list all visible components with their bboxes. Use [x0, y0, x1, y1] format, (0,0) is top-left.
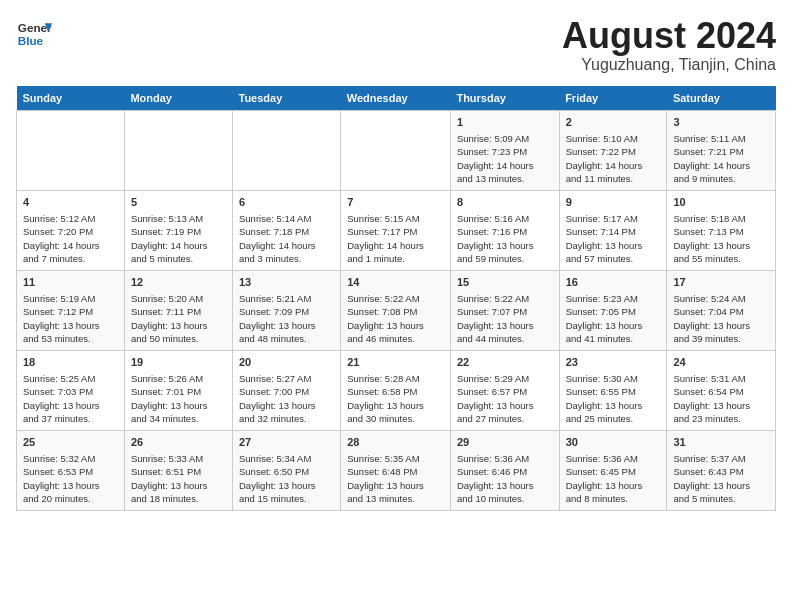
calendar-cell: 31Sunrise: 5:37 AMSunset: 6:43 PMDayligh…	[667, 430, 776, 510]
calendar-cell: 15Sunrise: 5:22 AMSunset: 7:07 PMDayligh…	[450, 270, 559, 350]
day-info-line: Sunset: 7:03 PM	[23, 385, 118, 398]
day-info-line: Sunrise: 5:34 AM	[239, 452, 334, 465]
title-block: August 2024 Yuguzhuang, Tianjin, China	[562, 16, 776, 74]
calendar-week-row: 4Sunrise: 5:12 AMSunset: 7:20 PMDaylight…	[17, 190, 776, 270]
day-info-line: Sunset: 7:04 PM	[673, 305, 769, 318]
day-number: 15	[457, 275, 553, 290]
calendar-cell	[232, 110, 340, 190]
day-info-line: Daylight: 13 hours	[131, 319, 226, 332]
day-info-line: Sunrise: 5:35 AM	[347, 452, 444, 465]
day-info-line: Sunset: 7:01 PM	[131, 385, 226, 398]
day-info-line: Daylight: 13 hours	[347, 319, 444, 332]
day-info-line: and 48 minutes.	[239, 332, 334, 345]
day-number: 16	[566, 275, 661, 290]
calendar-cell: 20Sunrise: 5:27 AMSunset: 7:00 PMDayligh…	[232, 350, 340, 430]
day-info-line: Sunset: 6:58 PM	[347, 385, 444, 398]
day-info-line: Sunset: 6:55 PM	[566, 385, 661, 398]
day-info-line: Sunset: 6:45 PM	[566, 465, 661, 478]
day-info-line: Daylight: 13 hours	[457, 399, 553, 412]
day-info-line: Daylight: 14 hours	[566, 159, 661, 172]
day-info-line: and 41 minutes.	[566, 332, 661, 345]
calendar-cell: 4Sunrise: 5:12 AMSunset: 7:20 PMDaylight…	[17, 190, 125, 270]
calendar-cell: 6Sunrise: 5:14 AMSunset: 7:18 PMDaylight…	[232, 190, 340, 270]
day-info-line: and 46 minutes.	[347, 332, 444, 345]
day-info-line: and 57 minutes.	[566, 252, 661, 265]
day-info-line: Sunrise: 5:14 AM	[239, 212, 334, 225]
weekday-header-cell: Sunday	[17, 86, 125, 111]
day-number: 18	[23, 355, 118, 370]
calendar-week-row: 11Sunrise: 5:19 AMSunset: 7:12 PMDayligh…	[17, 270, 776, 350]
page-header: General Blue August 2024 Yuguzhuang, Tia…	[16, 16, 776, 74]
day-number: 27	[239, 435, 334, 450]
day-info-line: Sunrise: 5:37 AM	[673, 452, 769, 465]
day-info-line: Sunrise: 5:15 AM	[347, 212, 444, 225]
day-info-line: and 55 minutes.	[673, 252, 769, 265]
day-info-line: Sunrise: 5:09 AM	[457, 132, 553, 145]
day-info-line: Daylight: 13 hours	[457, 479, 553, 492]
day-info-line: and 20 minutes.	[23, 492, 118, 505]
day-number: 21	[347, 355, 444, 370]
day-info-line: Sunset: 6:57 PM	[457, 385, 553, 398]
day-info-line: Sunrise: 5:36 AM	[457, 452, 553, 465]
calendar-cell: 22Sunrise: 5:29 AMSunset: 6:57 PMDayligh…	[450, 350, 559, 430]
day-info-line: and 13 minutes.	[347, 492, 444, 505]
calendar-cell: 16Sunrise: 5:23 AMSunset: 7:05 PMDayligh…	[559, 270, 667, 350]
day-number: 24	[673, 355, 769, 370]
day-info-line: Daylight: 13 hours	[23, 319, 118, 332]
day-info-line: Sunrise: 5:25 AM	[23, 372, 118, 385]
day-info-line: Sunset: 7:21 PM	[673, 145, 769, 158]
day-info-line: Daylight: 13 hours	[673, 479, 769, 492]
day-info-line: Sunrise: 5:22 AM	[457, 292, 553, 305]
day-info-line: Sunrise: 5:29 AM	[457, 372, 553, 385]
day-info-line: Daylight: 13 hours	[239, 319, 334, 332]
calendar-week-row: 18Sunrise: 5:25 AMSunset: 7:03 PMDayligh…	[17, 350, 776, 430]
day-number: 20	[239, 355, 334, 370]
day-info-line: Sunset: 7:00 PM	[239, 385, 334, 398]
day-info-line: Sunset: 7:22 PM	[566, 145, 661, 158]
day-info-line: Sunrise: 5:12 AM	[23, 212, 118, 225]
day-info-line: Sunrise: 5:17 AM	[566, 212, 661, 225]
day-info-line: Daylight: 13 hours	[457, 319, 553, 332]
day-info-line: Daylight: 13 hours	[566, 239, 661, 252]
day-number: 3	[673, 115, 769, 130]
day-info-line: Sunset: 7:11 PM	[131, 305, 226, 318]
day-number: 12	[131, 275, 226, 290]
day-number: 2	[566, 115, 661, 130]
day-info-line: Sunrise: 5:30 AM	[566, 372, 661, 385]
calendar-cell: 25Sunrise: 5:32 AMSunset: 6:53 PMDayligh…	[17, 430, 125, 510]
day-info-line: and 15 minutes.	[239, 492, 334, 505]
day-info-line: and 44 minutes.	[457, 332, 553, 345]
day-info-line: Daylight: 13 hours	[673, 399, 769, 412]
day-number: 22	[457, 355, 553, 370]
day-number: 13	[239, 275, 334, 290]
day-number: 8	[457, 195, 553, 210]
calendar-cell: 18Sunrise: 5:25 AMSunset: 7:03 PMDayligh…	[17, 350, 125, 430]
day-info-line: Daylight: 13 hours	[239, 399, 334, 412]
day-number: 6	[239, 195, 334, 210]
day-number: 31	[673, 435, 769, 450]
day-info-line: Sunset: 7:05 PM	[566, 305, 661, 318]
day-info-line: Daylight: 14 hours	[673, 159, 769, 172]
day-info-line: Sunset: 7:16 PM	[457, 225, 553, 238]
calendar-cell	[341, 110, 451, 190]
day-info-line: Sunrise: 5:31 AM	[673, 372, 769, 385]
calendar-cell: 24Sunrise: 5:31 AMSunset: 6:54 PMDayligh…	[667, 350, 776, 430]
calendar-cell: 8Sunrise: 5:16 AMSunset: 7:16 PMDaylight…	[450, 190, 559, 270]
day-info-line: Sunrise: 5:11 AM	[673, 132, 769, 145]
day-number: 9	[566, 195, 661, 210]
day-info-line: Daylight: 13 hours	[566, 319, 661, 332]
day-info-line: Sunrise: 5:22 AM	[347, 292, 444, 305]
day-number: 29	[457, 435, 553, 450]
weekday-header-cell: Wednesday	[341, 86, 451, 111]
day-info-line: Sunrise: 5:32 AM	[23, 452, 118, 465]
day-info-line: Daylight: 13 hours	[673, 319, 769, 332]
day-number: 7	[347, 195, 444, 210]
day-info-line: Sunrise: 5:13 AM	[131, 212, 226, 225]
day-info-line: and 59 minutes.	[457, 252, 553, 265]
day-info-line: Daylight: 13 hours	[347, 399, 444, 412]
day-number: 1	[457, 115, 553, 130]
calendar-cell: 11Sunrise: 5:19 AMSunset: 7:12 PMDayligh…	[17, 270, 125, 350]
day-info-line: and 13 minutes.	[457, 172, 553, 185]
day-number: 5	[131, 195, 226, 210]
calendar-cell: 9Sunrise: 5:17 AMSunset: 7:14 PMDaylight…	[559, 190, 667, 270]
